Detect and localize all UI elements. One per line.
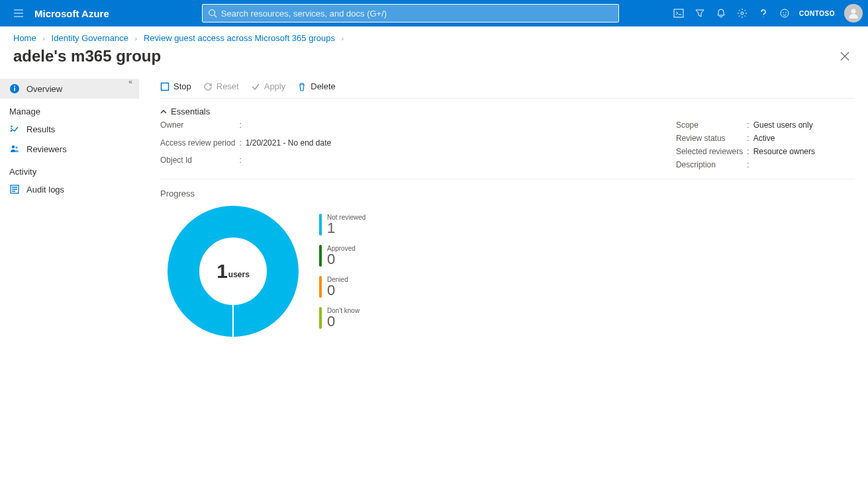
gear-icon [737, 8, 747, 19]
hamburger-icon [13, 8, 24, 19]
sidebar-item-reviewers[interactable]: Reviewers [0, 139, 139, 159]
legend-value: 0 [327, 283, 348, 298]
essentials-panel: Owner : Access review period : 1/20/2021… [160, 120, 855, 179]
results-icon [9, 124, 20, 134]
svg-point-11 [15, 146, 18, 149]
owner-value [246, 120, 331, 134]
cloud-shell-icon [673, 8, 684, 19]
search-icon [208, 9, 217, 18]
search-field[interactable] [221, 9, 613, 19]
sidebar-item-label: Audit logs [26, 185, 64, 195]
review-period-value: 1/20/2021 - No end date [246, 138, 331, 152]
breadcrumb-home[interactable]: Home [13, 33, 36, 43]
svg-point-10 [12, 146, 15, 148]
page-title: adele's m365 group [13, 47, 161, 66]
svg-point-4 [783, 12, 784, 13]
sidebar-item-label: Reviewers [26, 144, 67, 154]
sidebar-item-label: Overview [26, 84, 62, 94]
legend-bar-icon [319, 307, 322, 329]
progress-title: Progress [160, 189, 855, 198]
help-button[interactable] [753, 0, 774, 26]
apply-icon [251, 82, 260, 91]
tenant-label: CONTOSO [799, 10, 835, 17]
collapse-sidebar-button[interactable]: « [128, 77, 132, 85]
selected-reviewers-value: Resource owners [753, 147, 815, 156]
essentials-label: Essentials [171, 107, 210, 116]
sidebar-item-audit-logs[interactable]: Audit logs [0, 179, 139, 199]
legend-value: 1 [327, 221, 365, 236]
notifications-button[interactable] [710, 0, 732, 26]
account-avatar[interactable] [844, 4, 863, 22]
donut-center-unit: users [228, 270, 250, 279]
sidebar-section-activity: Activity [0, 159, 139, 179]
object-id-value [246, 155, 331, 169]
essentials-toggle[interactable]: Essentials [160, 104, 855, 120]
sidebar-section-manage: Manage [0, 99, 139, 119]
description-label: Description [676, 160, 743, 169]
sidebar-item-overview[interactable]: Overview [0, 79, 139, 99]
progress-legend: Not reviewed 1 Approved 0 Denied 0 [319, 214, 365, 329]
hamburger-menu-button[interactable] [5, 8, 32, 19]
button-label: Stop [173, 81, 191, 91]
reset-button: Reset [203, 81, 239, 91]
svg-point-2 [741, 12, 744, 15]
svg-point-0 [209, 10, 215, 16]
breadcrumb-identity-governance[interactable]: Identity Governance [52, 33, 128, 43]
chevron-right-icon: › [135, 34, 138, 42]
person-icon [847, 7, 860, 20]
review-status-value: Active [753, 134, 815, 143]
info-icon [9, 83, 20, 94]
legend-value: 0 [327, 252, 356, 267]
progress-donut-chart: 1 users [167, 205, 299, 337]
delete-icon [297, 82, 307, 91]
button-label: Delete [311, 81, 336, 91]
settings-button[interactable] [732, 0, 753, 26]
main-content: Stop Reset Apply Delete [139, 75, 868, 351]
feedback-button[interactable] [774, 0, 795, 26]
filter-icon [695, 8, 705, 19]
donut-center-count: 1 [217, 260, 228, 283]
button-label: Reset [217, 81, 239, 91]
stop-button[interactable]: Stop [160, 81, 191, 91]
audit-logs-icon [9, 184, 20, 195]
legend-not-reviewed: Not reviewed 1 [319, 214, 365, 236]
scope-value: Guest users only [753, 120, 815, 130]
portal-header: Microsoft Azure CONTOSO [0, 0, 868, 26]
legend-value: 0 [327, 314, 360, 329]
help-icon [758, 8, 769, 19]
sidebar-item-label: Results [26, 124, 55, 134]
svg-rect-13 [162, 83, 169, 90]
delete-button[interactable]: Delete [297, 81, 336, 91]
command-bar: Stop Reset Apply Delete [160, 81, 855, 99]
cloud-shell-button[interactable] [668, 0, 689, 26]
legend-bar-icon [319, 245, 322, 267]
chevron-right-icon: › [42, 34, 45, 42]
apply-button: Apply [251, 81, 286, 91]
reviewers-icon [9, 144, 20, 154]
breadcrumb-review-guest-access[interactable]: Review guest access across Microsoft 365… [144, 33, 335, 43]
legend-approved: Approved 0 [319, 245, 365, 267]
close-icon [840, 52, 849, 61]
review-status-label: Review status [676, 134, 743, 143]
brand-label: Microsoft Azure [34, 8, 109, 19]
scope-label: Scope [676, 120, 743, 130]
feedback-icon [779, 8, 790, 19]
svg-point-6 [851, 9, 856, 14]
svg-point-9 [14, 86, 15, 87]
svg-rect-8 [14, 88, 15, 91]
reset-icon [203, 82, 213, 91]
button-label: Apply [264, 81, 286, 91]
directories-button[interactable] [689, 0, 710, 26]
close-blade-button[interactable] [835, 49, 855, 64]
legend-denied: Denied 0 [319, 276, 365, 298]
object-id-label: Object Id [160, 155, 235, 169]
global-search-input[interactable] [202, 4, 619, 22]
chevron-right-icon: › [342, 34, 344, 42]
legend-bar-icon [319, 276, 322, 298]
legend-dont-know: Don't know 0 [319, 307, 365, 329]
chevron-up-icon [160, 109, 167, 115]
selected-reviewers-label: Selected reviewers [676, 147, 743, 156]
breadcrumb: Home › Identity Governance › Review gues… [0, 26, 868, 46]
blade-sidebar: « Overview Manage Results Reviewers Acti… [0, 75, 139, 351]
sidebar-item-results[interactable]: Results [0, 119, 139, 139]
